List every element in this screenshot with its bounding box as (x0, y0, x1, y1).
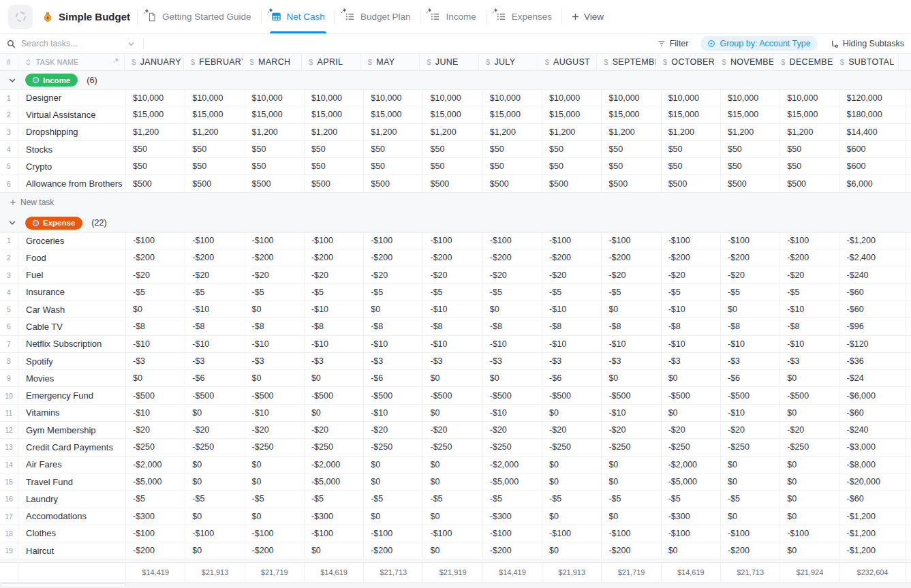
month-value-cell[interactable]: -$6 (721, 370, 780, 387)
month-value-cell[interactable]: -$200 (126, 249, 185, 266)
month-value-cell[interactable]: $10,000 (780, 89, 839, 106)
month-total-cell[interactable]: $21,924 (780, 563, 839, 582)
tab-net-cash[interactable]: Net Cash (262, 0, 335, 33)
month-value-cell[interactable]: $50 (364, 141, 423, 158)
month-value-cell[interactable]: $500 (602, 175, 661, 192)
month-value-cell[interactable]: $50 (483, 158, 542, 175)
month-value-cell[interactable]: -$100 (245, 232, 305, 249)
tab-income[interactable]: Income (420, 0, 485, 33)
month-value-cell[interactable]: $15,000 (423, 106, 482, 123)
month-total-cell[interactable]: $14,419 (483, 563, 542, 582)
task-name-cell[interactable]: Emergency Fund (18, 387, 126, 404)
month-value-cell[interactable]: $1,200 (721, 124, 780, 141)
month-value-cell[interactable]: $50 (245, 158, 305, 175)
month-value-cell[interactable]: -$10 (305, 301, 364, 318)
month-value-cell[interactable]: $50 (721, 141, 780, 158)
month-value-cell[interactable]: -$10 (721, 405, 780, 422)
month-value-cell[interactable]: -$5 (483, 491, 542, 508)
month-value-cell[interactable]: -$100 (423, 525, 482, 542)
month-value-cell[interactable]: $0 (245, 370, 305, 387)
month-value-cell[interactable]: $0 (364, 457, 423, 474)
month-value-cell[interactable]: $0 (721, 457, 780, 474)
month-value-cell[interactable]: $0 (780, 542, 839, 559)
subtotal-value-cell[interactable]: -$60 (840, 405, 906, 422)
grand-total-cell[interactable]: $232,604 (840, 563, 906, 582)
month-value-cell[interactable]: -$100 (483, 232, 542, 249)
subtotal-value-cell[interactable]: -$240 (840, 266, 906, 283)
month-value-cell[interactable]: $0 (423, 405, 482, 422)
month-value-cell[interactable]: -$8 (305, 318, 364, 335)
month-value-cell[interactable]: $1,200 (126, 124, 185, 141)
task-name-cell[interactable]: Allowance from Brothers (18, 175, 126, 192)
subtotal-value-cell[interactable]: -$2,400 (840, 249, 906, 266)
month-value-cell[interactable]: $0 (305, 405, 364, 422)
month-value-cell[interactable]: -$3 (305, 353, 364, 370)
month-value-cell[interactable]: $15,000 (126, 106, 185, 123)
month-value-cell[interactable]: $500 (245, 175, 305, 192)
month-column-header[interactable]: $SEPTEMBER (597, 54, 656, 70)
month-value-cell[interactable]: $50 (602, 158, 661, 175)
month-value-cell[interactable]: -$8 (245, 318, 305, 335)
month-value-cell[interactable]: $10,000 (245, 89, 305, 106)
month-value-cell[interactable]: $50 (126, 141, 185, 158)
month-value-cell[interactable]: -$20 (542, 422, 602, 439)
month-value-cell[interactable]: -$100 (602, 525, 661, 542)
month-value-cell[interactable]: -$20 (364, 422, 423, 439)
task-name-cell[interactable]: Stocks (18, 141, 126, 158)
month-value-cell[interactable]: -$5 (364, 491, 423, 508)
subtotal-value-cell[interactable]: $600 (840, 141, 906, 158)
month-total-cell[interactable]: $21,919 (423, 563, 482, 582)
month-column-header[interactable]: $JULY (479, 54, 538, 70)
month-value-cell[interactable]: -$6 (364, 370, 423, 387)
month-column-header[interactable]: $NOVEMBER (715, 54, 775, 70)
subtotal-value-cell[interactable]: -$120 (840, 336, 906, 353)
hiding-subtasks-button[interactable]: Hiding Subtasks (830, 39, 904, 48)
month-total-cell[interactable]: $21,719 (245, 563, 305, 582)
month-value-cell[interactable]: $0 (185, 457, 245, 474)
subtotal-value-cell[interactable]: -$3,000 (840, 439, 906, 456)
month-value-cell[interactable]: $50 (185, 141, 245, 158)
month-value-cell[interactable]: -$100 (662, 525, 721, 542)
month-value-cell[interactable]: -$10 (423, 336, 482, 353)
month-value-cell[interactable]: $50 (185, 158, 245, 175)
month-value-cell[interactable]: $0 (483, 370, 542, 387)
month-value-cell[interactable]: $0 (364, 508, 423, 525)
month-column-header[interactable]: $APRIL (302, 54, 361, 70)
month-value-cell[interactable]: $0 (423, 542, 482, 559)
search-input[interactable] (21, 39, 122, 48)
month-value-cell[interactable]: -$8 (721, 318, 780, 335)
month-value-cell[interactable]: -$5 (185, 284, 245, 301)
subtotal-value-cell[interactable]: -$8,000 (840, 457, 906, 474)
collapse-group-icon[interactable] (8, 76, 16, 84)
month-value-cell[interactable]: $50 (423, 158, 482, 175)
month-column-header[interactable]: $FEBRUARY (184, 54, 243, 70)
month-value-cell[interactable]: $0 (780, 474, 839, 491)
month-total-cell[interactable]: $21,913 (185, 563, 245, 582)
workspace-loading-button[interactable] (8, 5, 33, 29)
month-value-cell[interactable]: -$500 (483, 387, 542, 404)
month-value-cell[interactable]: $0 (126, 301, 185, 318)
month-value-cell[interactable]: -$10 (721, 336, 780, 353)
month-value-cell[interactable]: $10,000 (364, 89, 423, 106)
month-value-cell[interactable]: $0 (245, 508, 305, 525)
month-value-cell[interactable]: -$200 (126, 542, 185, 559)
tab-expenses[interactable]: Expenses (487, 0, 561, 33)
subtotal-value-cell[interactable]: -$240 (840, 422, 906, 439)
month-value-cell[interactable]: $0 (185, 405, 245, 422)
month-value-cell[interactable]: $50 (780, 158, 839, 175)
month-value-cell[interactable]: -$20 (721, 422, 780, 439)
month-value-cell[interactable]: $50 (542, 158, 602, 175)
month-value-cell[interactable]: -$100 (305, 232, 364, 249)
month-value-cell[interactable]: $1,200 (423, 124, 482, 141)
month-value-cell[interactable]: -$250 (542, 439, 602, 456)
month-value-cell[interactable]: -$10 (483, 405, 542, 422)
month-value-cell[interactable]: $50 (305, 158, 364, 175)
month-total-cell[interactable]: $21,719 (602, 563, 661, 582)
month-value-cell[interactable]: $500 (423, 175, 482, 192)
month-value-cell[interactable]: $0 (185, 508, 245, 525)
month-value-cell[interactable]: $1,200 (483, 124, 542, 141)
month-value-cell[interactable]: $10,000 (483, 89, 542, 106)
month-value-cell[interactable]: -$20 (542, 266, 602, 283)
month-value-cell[interactable]: -$100 (423, 232, 482, 249)
month-value-cell[interactable]: $10,000 (126, 89, 185, 106)
